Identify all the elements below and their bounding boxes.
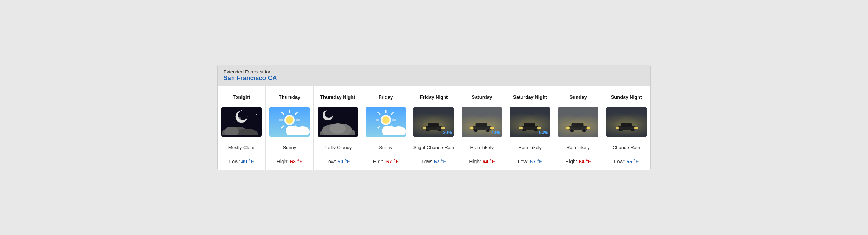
forecast-header: Extended Forecast for San Francisco CA: [218, 65, 650, 86]
day-name: Sunday Night: [611, 90, 642, 104]
forecast-day: Thursday Night Partly Clo: [314, 86, 362, 170]
svg-point-38: [382, 126, 395, 135]
svg-rect-46: [476, 123, 487, 127]
day-name: Saturday Night: [513, 90, 547, 104]
weather-icon: [606, 107, 647, 137]
weather-description: Rain Likely: [566, 140, 590, 154]
svg-point-42: [438, 128, 441, 131]
temperature: High: 63 °F: [277, 159, 302, 164]
svg-rect-58: [572, 123, 584, 127]
svg-rect-56: [537, 127, 541, 129]
temperature: High: 64 °F: [565, 159, 591, 164]
svg-rect-62: [587, 127, 590, 129]
svg-point-48: [486, 129, 490, 132]
svg-point-59: [570, 129, 574, 132]
svg-point-54: [534, 128, 538, 131]
day-name: Tonight: [233, 90, 250, 104]
svg-point-60: [582, 129, 586, 132]
svg-point-25: [330, 123, 346, 134]
weather-description: Sunny: [379, 140, 392, 154]
temperature: High: 67 °F: [373, 159, 399, 164]
svg-point-3: [241, 120, 243, 121]
day-name: Saturday: [472, 90, 492, 104]
svg-point-47: [474, 129, 478, 132]
day-name: Sunday: [570, 90, 587, 104]
svg-rect-55: [519, 127, 523, 129]
weather-description: Sunny: [283, 140, 296, 154]
svg-point-21: [325, 110, 333, 118]
forecast-day: Tonight: [218, 86, 266, 170]
weather-icon: [558, 107, 598, 137]
temperature: High: 64 °F: [469, 159, 495, 164]
day-name: Friday: [379, 90, 393, 104]
forecast-day: Friday Night 20%Slight Chance RainLow: 5…: [410, 86, 458, 170]
svg-line-11: [281, 112, 284, 115]
svg-line-13: [295, 112, 298, 115]
forecast-day: Sunday Night Chance RainLow: 55 °F: [602, 86, 650, 170]
weather-icon: [269, 107, 310, 137]
svg-rect-40: [428, 123, 439, 127]
svg-point-41: [426, 128, 430, 131]
svg-point-66: [631, 128, 634, 131]
forecast-container: Extended Forecast for San Francisco CA T…: [217, 65, 651, 170]
temperature: Low: 55 °F: [614, 159, 639, 164]
forecast-day: Saturday Night 60%Rain LikelyLow: 57 °F: [506, 86, 554, 170]
svg-rect-44: [441, 127, 445, 129]
day-name: Thursday Night: [320, 90, 355, 104]
weather-icon: [366, 107, 406, 137]
weather-icon: 60%: [510, 107, 550, 137]
svg-rect-68: [634, 127, 638, 129]
weather-icon: [318, 107, 358, 137]
svg-point-35: [382, 116, 390, 124]
svg-rect-49: [470, 127, 474, 129]
temperature: Low: 49 °F: [229, 159, 254, 164]
svg-rect-50: [490, 127, 494, 129]
forecast-day: Thursday: [266, 86, 314, 170]
weather-description: Rain Likely: [518, 140, 542, 154]
svg-point-16: [286, 116, 293, 124]
forecast-day: Friday: [362, 86, 410, 170]
weather-description: Mostly Clear: [228, 140, 255, 154]
weather-icon: [221, 107, 262, 137]
day-name: Thursday: [279, 90, 301, 104]
temperature: Low: 50 °F: [325, 159, 350, 164]
weather-description: Rain Likely: [470, 140, 494, 154]
svg-rect-43: [423, 127, 426, 129]
svg-point-2: [238, 117, 241, 119]
svg-rect-67: [616, 127, 619, 129]
weather-description: Slight Chance Rain: [413, 140, 454, 154]
forecast-day: Sunday Rain LikelyHigh: 64 °F: [554, 86, 602, 170]
temperature: Low: 57 °F: [518, 159, 542, 164]
header-label: Extended Forecast for: [223, 69, 645, 75]
day-name: Friday Night: [420, 90, 448, 104]
header-city: San Francisco CA: [223, 75, 645, 82]
svg-rect-64: [621, 123, 632, 127]
weather-description: Chance Rain: [613, 140, 640, 154]
svg-line-30: [378, 112, 380, 115]
svg-point-19: [286, 126, 299, 135]
forecast-day: Saturday 70%Rain LikelyHigh: 64 °F: [458, 86, 506, 170]
svg-rect-61: [566, 127, 570, 129]
svg-point-65: [619, 128, 623, 131]
svg-line-32: [391, 112, 394, 115]
forecast-grid: Tonight: [218, 86, 650, 170]
temperature: Low: 57 °F: [422, 159, 446, 164]
weather-icon: 70%: [462, 107, 502, 137]
svg-point-53: [522, 128, 526, 131]
svg-rect-52: [524, 123, 535, 127]
weather-description: Partly Cloudy: [323, 140, 352, 154]
weather-icon: 20%: [413, 107, 454, 137]
